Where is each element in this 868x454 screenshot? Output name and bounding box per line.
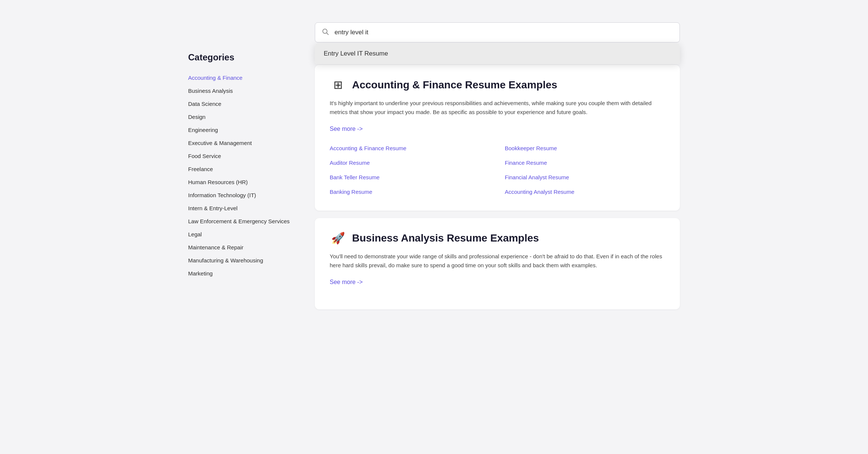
sidebar-title: Categories xyxy=(188,52,292,63)
svg-line-1 xyxy=(327,33,329,35)
resume-card-business-analysis: 🚀Business Analysis Resume ExamplesYou'll… xyxy=(315,218,680,309)
card-description-accounting-finance: It's highly important to underline your … xyxy=(330,99,665,117)
sidebar-item-12[interactable]: Legal xyxy=(188,228,292,240)
sidebar-item-15[interactable]: Marketing xyxy=(188,267,292,280)
search-icon xyxy=(321,28,329,37)
see-more-link-accounting-finance[interactable]: See more -> xyxy=(330,126,362,132)
card-title-business-analysis: Business Analysis Resume Examples xyxy=(352,232,539,244)
search-input[interactable] xyxy=(315,22,680,42)
sidebar-item-14[interactable]: Manufacturing & Warehousing xyxy=(188,254,292,267)
sidebar-item-10[interactable]: Intern & Entry-Level xyxy=(188,202,292,214)
card-header-accounting-finance: ⊞Accounting & Finance Resume Examples xyxy=(330,78,665,91)
card-link-auditor-resume[interactable]: Auditor Resume xyxy=(330,157,490,168)
sidebar-item-3[interactable]: Design xyxy=(188,111,292,123)
sidebar-item-13[interactable]: Maintenance & Repair xyxy=(188,241,292,253)
card-header-business-analysis: 🚀Business Analysis Resume Examples xyxy=(330,231,665,245)
sidebar: Categories Accounting & FinanceBusiness … xyxy=(188,22,292,317)
rocket-icon: 🚀 xyxy=(330,231,346,245)
card-title-accounting-finance: Accounting & Finance Resume Examples xyxy=(352,79,557,91)
sidebar-item-0[interactable]: Accounting & Finance xyxy=(188,72,292,84)
sidebar-list: Accounting & FinanceBusiness AnalysisDat… xyxy=(188,72,292,280)
search-wrapper: Entry Level IT Resume xyxy=(315,22,680,42)
resume-card-accounting-finance: ⊞Accounting & Finance Resume ExamplesIt'… xyxy=(315,65,680,211)
card-links-accounting-finance: Accounting & Finance ResumeBookkeeper Re… xyxy=(330,143,665,197)
search-suggestion[interactable]: Entry Level IT Resume xyxy=(315,43,680,64)
sidebar-item-1[interactable]: Business Analysis xyxy=(188,85,292,97)
sidebar-item-4[interactable]: Engineering xyxy=(188,124,292,136)
cards-area: ⊞Accounting & Finance Resume ExamplesIt'… xyxy=(315,65,680,317)
card-description-business-analysis: You'll need to demonstrate your wide ran… xyxy=(330,252,665,270)
sidebar-item-5[interactable]: Executive & Management xyxy=(188,137,292,149)
see-more-link-business-analysis[interactable]: See more -> xyxy=(330,279,362,286)
search-dropdown: Entry Level IT Resume xyxy=(315,43,680,64)
card-link-banking-resume[interactable]: Banking Resume xyxy=(330,186,490,197)
card-link-bookkeeper-resume[interactable]: Bookkeeper Resume xyxy=(505,143,665,154)
sidebar-item-2[interactable]: Data Science xyxy=(188,98,292,110)
card-link-financial-analyst-resume[interactable]: Financial Analyst Resume xyxy=(505,172,665,183)
card-link-accounting-analyst-resume[interactable]: Accounting Analyst Resume xyxy=(505,186,665,197)
card-link-accounting-&-finance-resume[interactable]: Accounting & Finance Resume xyxy=(330,143,490,154)
sidebar-item-7[interactable]: Freelance xyxy=(188,163,292,175)
card-link-bank-teller-resume[interactable]: Bank Teller Resume xyxy=(330,172,490,183)
sidebar-item-6[interactable]: Food Service xyxy=(188,150,292,162)
card-link-finance-resume[interactable]: Finance Resume xyxy=(505,157,665,168)
sidebar-item-11[interactable]: Law Enforcement & Emergency Services xyxy=(188,215,292,227)
main-content: Entry Level IT Resume ⊞Accounting & Fina… xyxy=(315,22,680,317)
sidebar-item-9[interactable]: Information Technology (IT) xyxy=(188,189,292,201)
sidebar-item-8[interactable]: Human Resources (HR) xyxy=(188,176,292,188)
grid-icon: ⊞ xyxy=(330,78,346,91)
